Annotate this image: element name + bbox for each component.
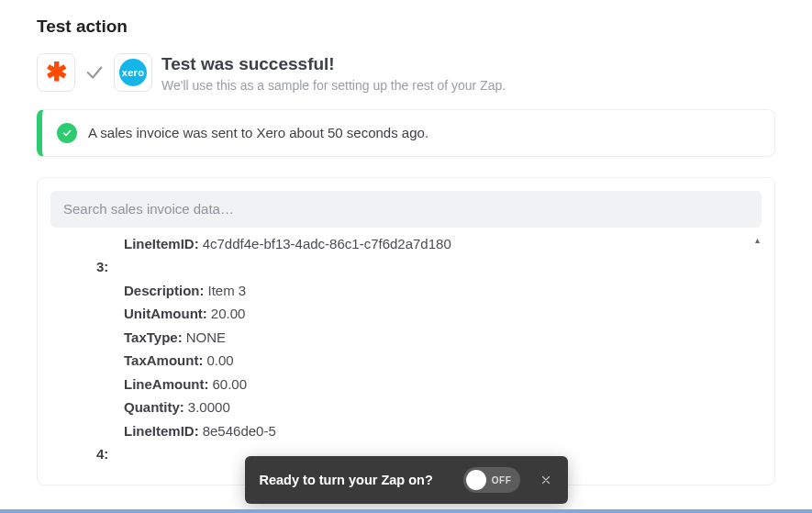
success-tick-icon xyxy=(57,123,77,143)
result-heading: Test was successful! xyxy=(161,53,506,76)
result-index-row: 3: xyxy=(50,255,762,279)
result-kv-value: Item 3 xyxy=(208,283,247,298)
result-kv-label: LineAmount: xyxy=(124,376,208,392)
success-banner: A sales invoice was sent to Xero about 5… xyxy=(37,109,775,157)
result-header: ✱ xero Test was successful! We'll use th… xyxy=(37,53,775,93)
banner-message: A sales invoice was sent to Xero about 5… xyxy=(88,125,428,140)
result-kv-value: 0.00 xyxy=(206,352,233,368)
result-kv-label: Description: xyxy=(124,283,205,298)
toggle-state-label: OFF xyxy=(492,475,512,485)
enable-zap-toast: Ready to turn your Zap on? OFF xyxy=(245,456,568,504)
xero-icon: xero xyxy=(119,59,147,86)
close-icon xyxy=(540,474,551,485)
result-kv-label: UnitAmount: xyxy=(124,306,207,321)
result-kv-row: TaxType:NONE xyxy=(50,326,762,350)
result-kv-label: LineItemID: xyxy=(124,423,199,439)
search-input[interactable] xyxy=(63,201,749,217)
success-check-icon xyxy=(84,62,105,83)
result-kv-row: TaxAmount:0.00 xyxy=(50,349,762,373)
result-kv-value: 20.00 xyxy=(211,306,246,321)
toggle-knob xyxy=(466,470,486,490)
toast-close-button[interactable] xyxy=(539,471,553,490)
result-kv-row: LineItemID:4c7ddf4e-bf13-4adc-86c1-c7f6d… xyxy=(50,237,762,256)
toast-text: Ready to turn your Zap on? xyxy=(260,473,445,487)
result-subtext: We'll use this as a sample for setting u… xyxy=(161,78,506,93)
result-kv-row: LineItemID:8e546de0-5 xyxy=(50,419,762,443)
result-kv-label: LineItemID: xyxy=(124,237,199,251)
result-kv-value: 8e546de0-5 xyxy=(203,423,276,439)
result-kv-label: Quantity: xyxy=(124,399,184,415)
result-kv-label: TaxAmount: xyxy=(124,352,203,368)
result-kv-value: NONE xyxy=(186,329,226,345)
result-kv-label: TaxType: xyxy=(124,329,183,345)
results-viewport[interactable]: LineAmount:60.00Quantity:2.0000LineItemI… xyxy=(50,237,762,485)
result-kv-value: 60.00 xyxy=(212,376,247,392)
result-card: ▴ LineAmount:60.00Quantity:2.0000LineIte… xyxy=(37,177,775,485)
result-kv-value: 4c7ddf4e-bf13-4adc-86c1-c7f6d2a7d180 xyxy=(203,237,451,251)
result-kv-row: Quantity:3.0000 xyxy=(50,396,762,419)
zapier-icon: ✱ xyxy=(46,60,67,85)
result-kv-row: Description:Item 3 xyxy=(50,279,762,303)
result-kv-value: 3.0000 xyxy=(188,399,230,415)
result-kv-row: LineAmount:60.00 xyxy=(50,373,762,396)
source-app-badge: ✱ xyxy=(37,53,75,92)
target-app-badge: xero xyxy=(114,53,152,92)
window-bottom-accent xyxy=(0,509,812,513)
zap-toggle[interactable]: OFF xyxy=(463,467,520,493)
page-title: Test action xyxy=(37,17,775,37)
search-row xyxy=(50,191,762,228)
result-kv-row: UnitAmount:20.00 xyxy=(50,302,762,326)
